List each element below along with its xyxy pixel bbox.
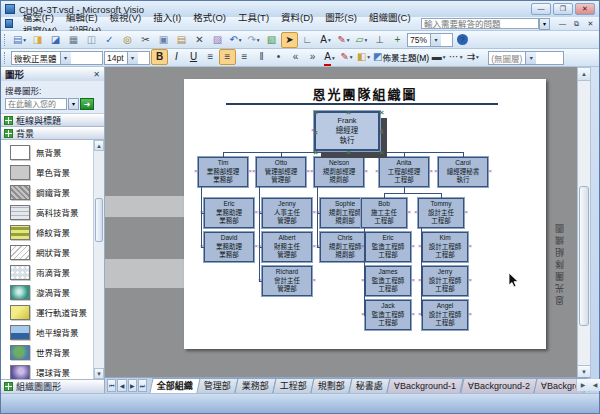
question-dropdown-icon[interactable]: ▾ [539,18,550,30]
org-box-anita[interactable]: Anita工程部經理工程部 [379,157,429,187]
org-box-tim[interactable]: Tim業務部經理業務部 [198,157,248,187]
page-tab[interactable]: 管理部 [197,378,239,393]
research-button[interactable]: ◎ [119,32,136,48]
menu-orgchart[interactable]: 組織圖(C) [363,12,417,23]
panel-close-icon[interactable]: ✕ [93,70,100,79]
org-box-jerry[interactable]: Jerry設計工程師工程部 [422,266,468,296]
line-pattern-button[interactable]: ⋯▾ [447,49,464,65]
pencil-tool-button[interactable]: ✎▾ [335,32,352,48]
page-tab[interactable]: ∀Background-1 [387,378,464,393]
bullets-button[interactable]: • [270,49,287,65]
menu-insert[interactable]: 插入(I) [147,12,187,23]
org-box-angel[interactable]: Angel設計工程師工程部 [422,300,468,330]
selection-handle[interactable]: × [345,149,352,156]
redo-button[interactable]: ↷▾ [245,32,262,48]
print-button[interactable]: ▦ [65,32,82,48]
selection-handle[interactable]: × [378,149,385,156]
vertical-scrollbar[interactable]: ▲ ▼ [577,67,591,379]
shape-item-raindrop-bg[interactable]: 雨滴背景 [1,262,104,282]
shape-item-horizon-bg[interactable]: 地平線背景 [1,322,104,342]
page-tab[interactable]: 全部組織 [150,378,201,393]
menu-view[interactable]: 檢視(V) [104,12,148,23]
shape-item-solid-bg[interactable]: 單色背景 [1,162,104,182]
underline-button[interactable]: U [185,49,202,65]
org-box-eric1[interactable]: Eric業務助理業務部 [204,198,254,228]
line-color-button[interactable]: ✎▾ [338,49,355,65]
toolbar-grip[interactable] [4,52,8,64]
scroll-thumb[interactable] [95,198,103,242]
doc-close-button[interactable]: ✕ [584,18,597,29]
last-page-icon[interactable]: ⏭ [138,379,147,392]
org-box-albert[interactable]: Albert財務主任管理部 [262,232,312,262]
org-box-jenny[interactable]: Jenny人事主任管理部 [262,198,312,228]
scroll-thumb[interactable] [579,186,589,326]
menu-data[interactable]: 資料(D) [275,12,319,23]
shape-search-input[interactable] [5,98,67,110]
scroll-up-icon[interactable]: ▲ [578,68,590,81]
org-box-bob[interactable]: Bob施工主任工程部 [361,198,407,228]
horizontal-scrollbar[interactable]: ◀ ▶ [588,378,590,392]
drawing-canvas[interactable]: 恩光團隊組織圖 Frank總經理執行××××××××Tim業務部經理業務部Ott… [105,67,579,379]
decrease-indent-button[interactable]: « [287,49,304,65]
font-size-combo[interactable]: 14pt▾ [104,51,150,65]
text-tool-button[interactable]: A▾ [317,32,334,48]
connector-tool-button[interactable]: ∟ [299,32,316,48]
selection-handle[interactable]: × [378,109,385,116]
bold-button[interactable]: B [151,49,168,65]
print-preview-button[interactable]: ◫ [83,32,100,48]
stencil-section-backgrounds[interactable]: 背景 [1,127,104,140]
align-center-button[interactable]: ≡ [219,49,236,65]
org-box-david[interactable]: David業務助理業務部 [204,232,254,262]
spelling-button[interactable]: ✓ [101,32,118,48]
org-box-james[interactable]: James監造工程師工程部 [365,266,411,296]
page-tab[interactable]: ∀Background-2 [460,378,537,393]
line-ends-button[interactable]: ⇉▾ [464,49,481,65]
doc-minimize-button[interactable]: — [556,18,569,29]
scroll-left-icon[interactable]: ◀ [589,379,600,391]
shape-item-whirlpool-bg[interactable]: 漩渦背景 [1,282,104,302]
next-page-icon[interactable]: ▶ [128,379,137,392]
increase-indent-button[interactable]: » [304,49,321,65]
save-button[interactable]: ◪ [47,32,64,48]
zoom-combo[interactable]: 75%▾ [407,33,453,47]
text-block-button[interactable]: ‖ [253,49,270,65]
org-box-frank[interactable]: Frank總經理執行×××××××× [314,111,380,151]
page-tab[interactable]: 工程部 [273,378,315,393]
org-box-richard[interactable]: Richard會計主任管理部 [262,266,312,296]
org-box-tommy[interactable]: Tommy設計主任工程部 [418,198,464,228]
page-tab[interactable]: 業務部 [235,378,277,393]
font-color-button[interactable]: A▾ [321,50,338,66]
italic-button[interactable]: I [168,49,185,65]
toolbar-grip[interactable] [4,34,8,46]
shape-item-none-bg[interactable]: 無背景 [1,142,104,162]
insert-picture-button[interactable]: ▧ [263,32,280,48]
scroll-right-icon[interactable]: ▶ [576,379,589,391]
format-painter-button[interactable]: ▨ [209,32,226,48]
shape-item-stripes-bg[interactable]: 條紋背景 [1,222,104,242]
help-button[interactable]: ? [454,32,471,48]
stencil-section-borders-titles[interactable]: 框線與標題 [1,114,104,127]
font-combo[interactable]: 微軟正黑體▾ [11,51,103,65]
align-left-button[interactable]: ≡ [202,49,219,65]
page-tab[interactable]: 規劃部 [311,378,353,393]
stamp-tool-button[interactable]: ⊥ [371,32,388,48]
drawing-tools-button[interactable]: ▱▾ [353,32,370,48]
scroll-up-icon[interactable]: ▲ [94,140,104,151]
pan-zoom-button[interactable]: + [389,32,406,48]
search-go-button[interactable]: ➜ [80,98,94,110]
menu-edit[interactable]: 編輯(E) [60,12,104,23]
doc-restore-button[interactable]: ⧉ [570,18,583,29]
first-page-icon[interactable]: ⏮ [107,379,116,392]
scroll-down-icon[interactable]: ▼ [94,368,104,379]
shape-item-world-bg[interactable]: 世界背景 [1,342,104,362]
delete-button[interactable]: ✕ [191,32,208,48]
org-box-nelson[interactable]: Nelson規劃部經理規劃部 [314,157,364,187]
org-box-otto[interactable]: Otto管理部經理管理部 [256,157,306,187]
org-box-jack[interactable]: Jack監造工程師工程部 [365,300,411,330]
drawing-page[interactable]: 恩光團隊組織圖 Frank總經理執行××××××××Tim業務部經理業務部Ott… [184,79,546,349]
org-box-carol[interactable]: Carol總經理秘書執行 [438,157,488,187]
theme-button-button[interactable]: ◩ 佈景主題(M) [372,49,430,65]
shape-item-web-bg[interactable]: 網狀背景 [1,242,104,262]
paste-button[interactable]: ▤ [173,32,190,48]
minimize-button[interactable]: — [531,3,551,15]
